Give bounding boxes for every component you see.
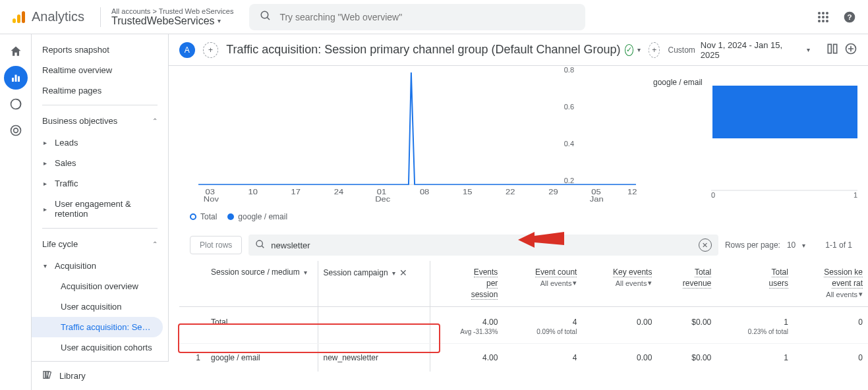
sidebar-engagement-retention[interactable]: User engagement & retention xyxy=(32,194,168,224)
chevron-down-icon[interactable]: ▾ xyxy=(637,46,641,53)
svg-rect-16 xyxy=(12,78,14,82)
sidebar-leads[interactable]: Leads xyxy=(32,132,168,153)
sidebar-life-cycle[interactable]: Life cycle ⌃ xyxy=(32,233,168,256)
add-segment-button[interactable]: + xyxy=(203,42,219,58)
svg-text:24: 24 xyxy=(334,188,344,196)
verified-icon[interactable]: ✓ xyxy=(625,44,633,56)
svg-rect-22 xyxy=(43,372,45,379)
svg-text:10: 10 xyxy=(248,188,258,196)
col-event-count[interactable]: Event countAll events ▾ xyxy=(508,267,577,287)
share-icon[interactable] xyxy=(844,42,857,57)
sidebar-sales[interactable]: Sales xyxy=(32,153,168,173)
svg-point-3 xyxy=(262,11,269,18)
table-search-input[interactable] xyxy=(271,240,693,250)
col-total-revenue[interactable]: Totalrevenue xyxy=(662,267,711,289)
ga-logo-icon xyxy=(11,9,26,25)
segment-badge-a[interactable]: A xyxy=(179,42,195,58)
sidebar-library[interactable]: Library xyxy=(32,361,169,390)
chevron-up-icon: ⌃ xyxy=(152,117,158,125)
sidebar-realtime-pages[interactable]: Realtime pages xyxy=(32,80,168,101)
svg-point-43 xyxy=(256,240,262,246)
col-total-users[interactable]: Totalusers xyxy=(722,267,788,289)
main-content: A + Traffic acquisition: Session primary… xyxy=(169,34,868,390)
plot-rows-button[interactable]: Plot rows xyxy=(190,236,242,254)
sidebar-reports-snapshot[interactable]: Reports snapshot xyxy=(32,40,168,60)
svg-line-4 xyxy=(268,17,270,20)
bar-label: google / email xyxy=(653,78,703,87)
legend-google-email[interactable]: google / email xyxy=(227,212,287,221)
svg-rect-2 xyxy=(22,11,25,23)
svg-point-6 xyxy=(822,12,825,14)
dimension-2-header[interactable]: Session campaign ▾ ✕ xyxy=(324,267,424,278)
sidebar-user-acquisition[interactable]: User acquisition xyxy=(32,296,168,317)
legend-marker-icon xyxy=(190,213,196,220)
svg-rect-18 xyxy=(18,76,20,82)
apps-icon[interactable] xyxy=(815,9,831,25)
chevron-down-icon: ▾ xyxy=(807,46,810,53)
chevron-down-icon: ▾ xyxy=(217,17,221,24)
report-title: Traffic acquisition: Session primary cha… xyxy=(226,43,620,57)
bar-segment xyxy=(712,86,857,138)
logo-section: Analytics xyxy=(11,9,84,25)
table-controls: Plot rows ✕ Rows per page: 10 ▾ 1-1 of 1 xyxy=(169,229,868,261)
remove-dimension-icon[interactable]: ✕ xyxy=(399,267,407,278)
svg-text:05: 05 xyxy=(591,188,600,196)
svg-point-9 xyxy=(822,16,825,18)
home-icon[interactable] xyxy=(4,40,28,63)
date-range-picker[interactable]: Custom Nov 1, 2024 - Jan 15, 2025 ▾ xyxy=(668,40,810,60)
rows-per-page-value[interactable]: 10 xyxy=(787,240,796,250)
line-chart[interactable]: 03 Nov 10 17 24 01 Dec 08 15 22 29 05 Ja… xyxy=(190,66,653,204)
clear-search-icon[interactable]: ✕ xyxy=(699,238,712,252)
divider xyxy=(42,228,158,229)
col-key-events[interactable]: Key eventsAll events ▾ xyxy=(587,267,652,287)
svg-point-12 xyxy=(822,20,825,22)
sidebar-business-objectives[interactable]: Business objectives ⌃ xyxy=(32,109,168,132)
table-total-row: Total 4.00Avg -31.33% 40.09% of total 0.… xyxy=(179,307,868,344)
svg-rect-17 xyxy=(14,75,16,82)
dimension-1-header[interactable]: Session source / medium ▾ xyxy=(211,267,312,277)
bar-chart[interactable]: google / email 0 1 xyxy=(653,66,857,204)
col-events-per-session[interactable]: Eventspersession xyxy=(436,267,498,300)
library-icon xyxy=(42,370,53,382)
add-comparison-button[interactable]: + xyxy=(649,42,660,58)
explore-icon[interactable] xyxy=(4,92,28,116)
table-row[interactable]: 1 google / email new_newsletter 4.00 4 0… xyxy=(179,344,868,372)
svg-point-13 xyxy=(826,20,828,22)
sidebar-acquisition-overview[interactable]: Acquisition overview xyxy=(32,276,168,296)
svg-point-7 xyxy=(826,12,828,14)
svg-rect-0 xyxy=(13,18,16,23)
global-search-input[interactable] xyxy=(279,12,575,22)
svg-rect-24 xyxy=(828,44,831,53)
svg-text:15: 15 xyxy=(463,188,472,196)
search-icon xyxy=(260,10,272,24)
account-selector[interactable]: All accounts > Trusted Web eServices Tru… xyxy=(100,7,233,27)
svg-point-20 xyxy=(13,128,18,133)
legend-marker-icon xyxy=(227,213,234,220)
sidebar-traffic-acquisition[interactable]: Traffic acquisition: Session... xyxy=(32,317,163,337)
reports-icon[interactable] xyxy=(4,66,28,90)
logo-text: Analytics xyxy=(32,9,84,24)
svg-text:12: 12 xyxy=(627,188,637,196)
sidebar-realtime-overview[interactable]: Realtime overview xyxy=(32,60,168,80)
breadcrumb: All accounts > Trusted Web eServices xyxy=(111,7,233,15)
global-search[interactable] xyxy=(249,4,585,30)
svg-point-5 xyxy=(818,12,821,14)
rows-per-page-label: Rows per page: xyxy=(725,240,780,250)
sidebar-traffic[interactable]: Traffic xyxy=(32,173,168,194)
svg-text:Dec: Dec xyxy=(375,196,390,203)
page-indicator: 1-1 of 1 xyxy=(825,240,852,250)
sidebar-acquisition[interactable]: Acquisition xyxy=(32,256,168,276)
legend-total[interactable]: Total xyxy=(190,212,217,221)
sidebar-user-acquisition-cohorts[interactable]: User acquisition cohorts xyxy=(32,337,168,358)
chevron-up-icon: ⌃ xyxy=(152,240,158,248)
svg-text:Nov: Nov xyxy=(204,196,219,203)
svg-text:01: 01 xyxy=(377,188,386,196)
top-header: Analytics All accounts > Trusted Web eSe… xyxy=(0,0,868,34)
table-search[interactable]: ✕ xyxy=(248,235,718,256)
advertising-icon[interactable] xyxy=(4,119,28,142)
help-icon[interactable]: ? xyxy=(842,9,857,25)
left-rail xyxy=(0,34,32,390)
col-session-key-event-rate[interactable]: Session keevent ratAll events ▾ xyxy=(799,267,863,298)
chevron-down-icon[interactable]: ▾ xyxy=(802,242,805,249)
compare-icon[interactable] xyxy=(826,42,839,57)
